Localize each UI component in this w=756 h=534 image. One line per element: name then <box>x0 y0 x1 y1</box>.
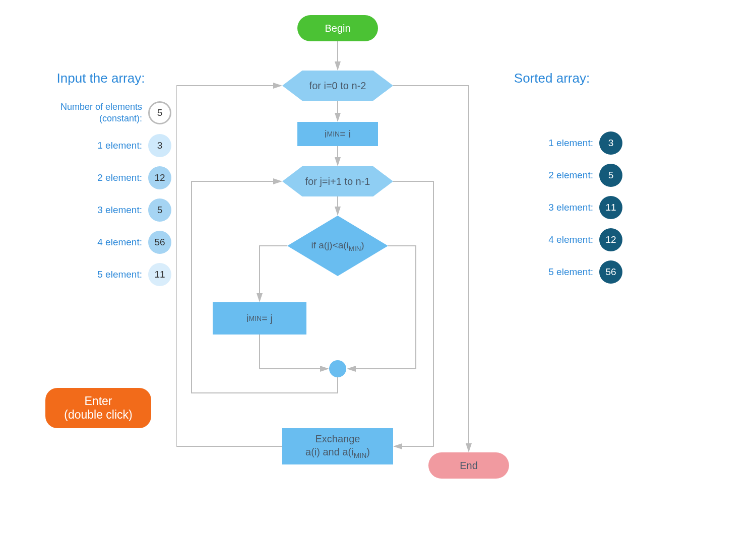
input-value[interactable]: 11 <box>148 263 171 286</box>
input-label: 2 element: <box>97 172 142 183</box>
enter-button[interactable]: Enter (double click) <box>45 388 151 428</box>
output-value: 5 <box>599 164 622 187</box>
input-row-4: 4 element: 56 <box>30 231 171 254</box>
output-label: 3 element: <box>548 202 593 213</box>
output-value: 56 <box>599 260 622 284</box>
num-elements-row: Number of elements (constant): 5 <box>30 101 171 125</box>
output-row-5: 5 element: 56 <box>481 260 622 284</box>
num-elements-value[interactable]: 5 <box>148 101 171 124</box>
input-value[interactable]: 12 <box>148 166 171 189</box>
num-label-l1: Number of elements <box>60 101 142 113</box>
input-value[interactable]: 56 <box>148 231 171 254</box>
output-value: 3 <box>599 131 622 155</box>
decision-node: if a(j)<a(iMIN) <box>287 216 388 276</box>
merge-node <box>329 360 346 377</box>
end-node: End <box>428 452 509 479</box>
output-row-1: 1 element: 3 <box>481 131 622 155</box>
flowchart: Begin for i=0 to n-2 iMIN = i for j=i+1 … <box>176 15 479 524</box>
input-row-3: 3 element: 5 <box>30 198 171 222</box>
input-label: 3 element: <box>97 205 142 216</box>
output-panel: Sorted array: 1 element: 3 2 element: 5 … <box>481 71 622 293</box>
begin-node: Begin <box>297 15 378 41</box>
output-value: 12 <box>599 228 622 251</box>
exchange-node: Exchange a(i) and a(iMIN) <box>282 428 393 464</box>
txt: = j <box>262 313 273 324</box>
txt: a(i) and a(i <box>305 446 354 457</box>
output-label: 2 element: <box>548 170 593 181</box>
input-row-5: 5 element: 11 <box>30 263 171 286</box>
output-label: 4 element: <box>548 234 593 245</box>
input-value[interactable]: 3 <box>148 134 171 157</box>
txt: = i <box>340 128 351 140</box>
txt: ) <box>366 446 370 457</box>
txt: Exchange <box>316 432 360 445</box>
input-value[interactable]: 5 <box>148 198 171 222</box>
input-row-2: 2 element: 12 <box>30 166 171 189</box>
set-min-i-node: iMIN = i <box>297 122 378 146</box>
txt: ) <box>361 240 364 250</box>
txt-sub: MIN <box>354 451 367 459</box>
loop-j-node: for j=i+1 to n-1 <box>282 166 393 196</box>
input-label: 1 element: <box>97 140 142 151</box>
txt-sub: MIN <box>249 314 262 322</box>
output-row-2: 2 element: 5 <box>481 164 622 187</box>
input-title: Input the array: <box>30 71 171 86</box>
txt: if a(j)<a(i <box>311 240 348 250</box>
output-row-4: 4 element: 12 <box>481 228 622 251</box>
input-label: 4 element: <box>97 237 142 248</box>
loop-i-node: for i=0 to n-2 <box>282 71 393 101</box>
enter-l2: (double click) <box>64 408 133 422</box>
input-row-1: 1 element: 3 <box>30 134 171 157</box>
num-elements-label: Number of elements (constant): <box>60 101 142 125</box>
num-label-l2: (constant): <box>60 113 142 124</box>
input-label: 5 element: <box>97 269 142 280</box>
txt-sub: MIN <box>327 130 340 138</box>
output-row-3: 3 element: 11 <box>481 196 622 219</box>
input-panel: Input the array: Number of elements (con… <box>30 71 171 295</box>
output-title: Sorted array: <box>481 71 622 86</box>
set-min-j-node: iMIN = j <box>213 302 306 335</box>
output-value: 11 <box>599 196 622 219</box>
output-label: 1 element: <box>548 138 593 149</box>
enter-l1: Enter <box>85 394 112 408</box>
output-label: 5 element: <box>548 266 593 278</box>
txt-sub: MIN <box>349 244 361 252</box>
